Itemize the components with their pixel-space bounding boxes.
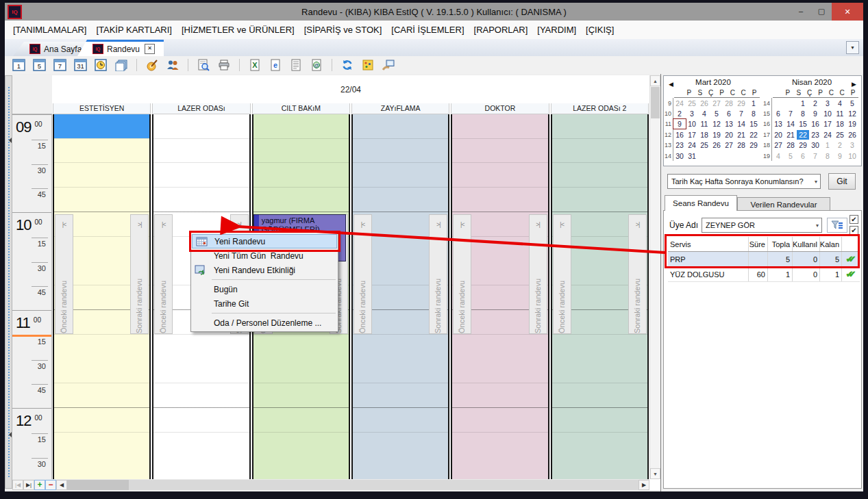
day-cell[interactable]: 10 (686, 119, 698, 129)
menu-item-hi-zmetler-ve-r-nler[interactable]: [HİZMETLER ve ÜRÜNLER] (182, 25, 295, 35)
day-cell[interactable]: 14 (784, 119, 797, 129)
day-cell[interactable]: 26 (698, 99, 710, 108)
next-month-icon[interactable]: ▶ (852, 81, 856, 88)
day-cell[interactable]: 13 (772, 119, 784, 129)
day-cell[interactable] (784, 99, 797, 108)
collapse-arrow-icon[interactable] (6, 138, 12, 143)
tab-ana-sayfa[interactable]: IQ Ana Sayfa (13, 42, 90, 56)
day-cell[interactable]: 1 (747, 99, 760, 108)
day-cell[interactable]: 28 (735, 140, 747, 150)
html-export-icon[interactable]: e (269, 58, 282, 72)
day-cell[interactable]: 25 (686, 99, 698, 108)
day-cell[interactable]: 26 (846, 130, 858, 140)
refresh-icon[interactable] (340, 58, 354, 72)
day-cell[interactable]: 4 (698, 109, 710, 118)
tab-seans-randevu[interactable]: Seans Randevu (665, 195, 737, 211)
previous-appointment-strip[interactable]: |<Önceki randevu (55, 214, 73, 334)
day-cell[interactable]: 31 (686, 151, 698, 161)
dart-icon[interactable] (145, 58, 159, 72)
day-cell[interactable] (772, 99, 784, 108)
day-cell[interactable]: 10 (821, 109, 834, 118)
day-cell[interactable]: 13 (723, 119, 735, 129)
scroll-right-icon[interactable]: ▶ (638, 480, 649, 490)
day-cell[interactable]: 28 (723, 99, 735, 108)
day-cell[interactable]: 20 (772, 130, 784, 140)
day-cell[interactable]: 29 (747, 140, 760, 150)
day-cell[interactable]: 8 (797, 109, 809, 118)
menu-item-bug-n[interactable]: Bugün (191, 282, 338, 296)
menu-item-yardim[interactable]: [YARDIM] (537, 25, 576, 35)
tab-list-dropdown[interactable]: ▼ (846, 41, 859, 54)
scroll-down-icon[interactable]: ▼ (650, 468, 660, 479)
day-cell[interactable]: 24 (686, 140, 698, 150)
day-cell[interactable]: 7 (784, 109, 797, 118)
mail-export-icon[interactable]: @ (310, 58, 323, 72)
menu-item-si-pari-ve-stok[interactable]: [SİPARİŞ ve STOK] (304, 25, 382, 35)
day-cell[interactable]: 16 (809, 119, 821, 129)
week-view-icon[interactable]: 7 (53, 58, 66, 72)
day-cell[interactable]: 5 (710, 109, 723, 118)
day-cell[interactable]: 16 (673, 130, 686, 140)
day-cell[interactable]: 9 (834, 151, 846, 161)
day-cell[interactable]: 27 (710, 99, 723, 108)
menu-item-cari-i-lemler[interactable]: [CARİ İŞLEMLER] (391, 25, 464, 35)
day-cell[interactable]: 3 (821, 99, 834, 108)
table-row[interactable]: PRP505✔✔ (668, 252, 860, 267)
calendar-column-zay-flama[interactable]: |<Önceki randevu>|Sonraki randevu (351, 114, 449, 479)
day-cell[interactable]: 29 (735, 99, 747, 108)
day-cell[interactable]: 23 (809, 130, 821, 140)
day-cell[interactable]: 7 (735, 109, 747, 118)
day-cell[interactable]: 30 (809, 140, 821, 150)
day-cell[interactable]: 3 (846, 140, 858, 150)
checkbox-checked[interactable]: ✔ (850, 226, 858, 235)
menu-item-yeni-randevu[interactable]: Yeni Randevu (192, 234, 337, 248)
day-cell[interactable]: 22 (747, 130, 760, 140)
five-day-view-icon[interactable]: 5 (32, 58, 46, 72)
minimize-button[interactable]: – (791, 3, 811, 19)
day-cell[interactable]: 24 (821, 130, 834, 140)
day-cell[interactable]: 30 (673, 151, 686, 161)
menu-item-iki[interactable]: [ÇIKIŞ] (586, 25, 614, 35)
day-cell[interactable]: 4 (772, 151, 784, 161)
collapse-arrow-icon[interactable] (6, 432, 12, 437)
calendar-column-esteti-syen[interactable]: |<Önceki randevu>|Sonraki randevu (53, 114, 151, 479)
day-view-icon[interactable]: 1 (12, 58, 25, 72)
calendar-column-lazer-odas-2[interactable]: |<Önceki randevu>|Sonraki randevu (551, 114, 649, 479)
next-appointment-strip[interactable]: >|Sonraki randevu (529, 214, 547, 334)
text-export-icon[interactable] (289, 58, 303, 72)
day-cell[interactable]: 4 (834, 99, 846, 108)
day-cell[interactable]: 6 (723, 109, 735, 118)
day-cell[interactable]: 14 (735, 119, 747, 129)
previous-appointment-strip[interactable]: |<Önceki randevu (354, 214, 372, 334)
day-cell[interactable]: 18 (698, 130, 710, 140)
tab-verilen-randevular[interactable]: Verilen Randevular (737, 197, 830, 211)
day-cell[interactable]: 7 (809, 151, 821, 161)
day-cell[interactable]: 15 (797, 119, 809, 129)
day-cell[interactable]: 12 (710, 119, 723, 129)
day-cell[interactable]: 20 (723, 130, 735, 140)
next-appointment-strip[interactable]: >|Sonraki randevu (429, 214, 447, 334)
day-cell[interactable]: 1 (797, 99, 809, 108)
member-name-combobox[interactable]: ZEYNEP GÖR ▾ (702, 218, 822, 233)
previous-appointment-strip[interactable]: |<Önceki randevu (553, 214, 571, 334)
group-view-icon[interactable] (114, 58, 128, 72)
horizontal-scrollbar[interactable]: |◀ ▶| + − ◀ ▶ (12, 479, 649, 490)
day-cell[interactable] (735, 151, 747, 161)
day-cell[interactable]: 5 (846, 99, 858, 108)
day-cell[interactable] (710, 151, 723, 161)
filter-button[interactable] (827, 218, 847, 233)
scrollbar-track[interactable] (67, 480, 638, 490)
board-icon[interactable] (361, 58, 375, 72)
day-cell[interactable]: 26 (710, 140, 723, 150)
prev-month-icon[interactable]: ◀ (669, 81, 673, 88)
day-cell[interactable]: 17 (821, 119, 834, 129)
tab-randevu[interactable]: IQ Randevu ✕ (77, 40, 164, 56)
menu-item-yeni-randevu-etkinli-i[interactable]: Yeni Randevu Etkinliği (191, 263, 338, 277)
vertical-scrollbar[interactable]: ▲ ▼ (649, 75, 660, 479)
excel-export-icon[interactable]: X (248, 58, 262, 72)
close-button[interactable]: ✕ (832, 3, 863, 21)
table-row[interactable]: YÜZ DOLGUSU60101✔✔ (668, 267, 860, 282)
day-cell[interactable]: 15 (747, 119, 760, 129)
print-preview-icon[interactable] (197, 58, 210, 72)
day-cell[interactable]: 18 (834, 119, 846, 129)
